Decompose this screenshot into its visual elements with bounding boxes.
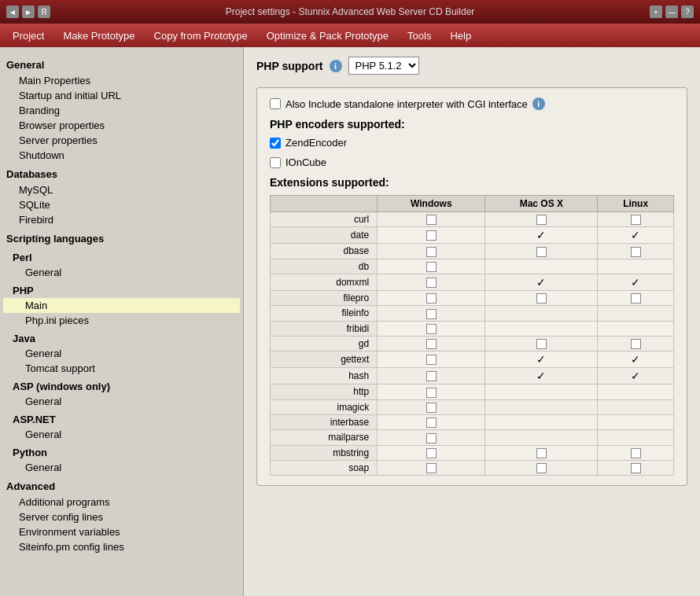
sidebar-item-python-general[interactable]: General	[3, 460, 240, 475]
ext-win-cell[interactable]	[378, 212, 485, 227]
minimize-button[interactable]: —	[665, 6, 678, 18]
cgi-info-icon[interactable]: i	[532, 97, 545, 110]
sidebar-item-aspnet-general[interactable]: General	[3, 427, 240, 442]
sidebar-item-additional-programs[interactable]: Additional programs	[3, 495, 240, 510]
sidebar-item-shutdown[interactable]: Shutdown	[3, 148, 240, 163]
php-version-select[interactable]: PHP 5.1.2 PHP 5.2.x PHP 5.3.x	[348, 57, 419, 75]
help-button[interactable]: ?	[681, 6, 694, 18]
ext-linux-cell[interactable]	[598, 445, 674, 460]
table-row: curl	[271, 212, 674, 227]
ext-linux-cell[interactable]: ✓	[598, 227, 674, 244]
ext-linux-cell[interactable]	[598, 306, 674, 321]
sidebar-item-server-config-lines[interactable]: Server config lines	[3, 510, 240, 524]
checkbox-empty-icon	[426, 448, 437, 458]
sidebar-item-env-variables[interactable]: Environment variables	[3, 524, 240, 539]
ext-mac-cell[interactable]: ✓	[485, 227, 598, 244]
ext-linux-cell[interactable]	[598, 321, 674, 336]
ext-win-cell[interactable]	[378, 460, 485, 475]
checkbox-empty-icon	[631, 293, 641, 304]
sidebar-subgroup-perl: Perl	[3, 250, 240, 265]
menu-project[interactable]: Project	[3, 27, 53, 45]
ext-mac-cell[interactable]	[485, 399, 598, 414]
sidebar-item-phpini-pieces[interactable]: Php.ini pieces	[3, 313, 240, 328]
ext-linux-cell[interactable]: ✓	[598, 368, 674, 384]
ext-linux-cell[interactable]	[598, 460, 674, 475]
ext-win-cell[interactable]	[378, 259, 485, 274]
sidebar-item-branding[interactable]: Branding	[3, 103, 240, 118]
ext-mac-cell[interactable]: ✓	[485, 274, 598, 290]
ext-linux-cell[interactable]	[598, 430, 674, 445]
menu-optimize-pack[interactable]: Optimize & Pack Prototype	[257, 27, 398, 45]
titlebar-left-controls[interactable]: ◄ ► R	[6, 6, 50, 18]
sidebar-item-asp-general[interactable]: General	[3, 394, 240, 409]
ioncube-checkbox[interactable]	[270, 157, 281, 168]
menu-make-prototype[interactable]: Make Prototype	[53, 27, 144, 45]
cgi-checkbox[interactable]	[270, 98, 281, 109]
sidebar-item-startup-url[interactable]: Startup and initial URL	[3, 88, 240, 103]
ext-mac-cell[interactable]	[485, 259, 598, 274]
menu-tools[interactable]: Tools	[398, 27, 440, 45]
ext-mac-cell[interactable]	[485, 244, 598, 259]
sidebar-item-server-properties[interactable]: Server properties	[3, 133, 240, 148]
ext-linux-cell[interactable]	[598, 414, 674, 429]
ext-linux-cell[interactable]: ✓	[598, 351, 674, 368]
ext-linux-cell[interactable]	[598, 384, 674, 399]
ext-win-cell[interactable]	[378, 227, 485, 244]
checkbox-empty-icon	[426, 418, 437, 428]
sidebar-item-browser-properties[interactable]: Browser properties	[3, 118, 240, 133]
ext-mac-cell[interactable]	[485, 290, 598, 305]
sidebar-item-tomcat-support[interactable]: Tomcat support	[3, 361, 240, 376]
ext-win-cell[interactable]	[378, 368, 485, 384]
zendencoder-checkbox[interactable]	[270, 138, 281, 149]
ext-linux-cell[interactable]	[598, 212, 674, 227]
ext-mac-cell[interactable]	[485, 212, 598, 227]
ext-win-cell[interactable]	[378, 445, 485, 460]
ext-win-cell[interactable]	[378, 336, 485, 351]
ext-linux-cell[interactable]	[598, 244, 674, 259]
sidebar-item-mysql[interactable]: MySQL	[3, 182, 240, 197]
nav-back-button[interactable]: ◄	[6, 6, 19, 18]
menu-help[interactable]: Help	[440, 27, 481, 45]
ext-mac-cell[interactable]	[485, 336, 598, 351]
table-row: interbase	[271, 414, 674, 429]
ext-mac-cell[interactable]	[485, 384, 598, 399]
ext-linux-cell[interactable]: ✓	[598, 274, 674, 290]
sidebar-subgroup-python: Python	[3, 445, 240, 460]
ext-win-cell[interactable]	[378, 274, 485, 290]
ext-win-cell[interactable]	[378, 384, 485, 399]
checkbox-empty-icon	[426, 230, 437, 241]
add-button[interactable]: +	[650, 6, 662, 18]
ext-linux-cell[interactable]	[598, 336, 674, 351]
ext-win-cell[interactable]	[378, 290, 485, 305]
ext-win-cell[interactable]	[378, 321, 485, 336]
php-support-info-icon[interactable]: i	[330, 60, 342, 72]
ext-linux-cell[interactable]	[598, 259, 674, 274]
ext-win-cell[interactable]	[378, 399, 485, 414]
sidebar-item-sqlite[interactable]: SQLite	[3, 197, 240, 212]
ext-win-cell[interactable]	[378, 430, 485, 445]
sidebar-item-main-properties[interactable]: Main Properties	[3, 73, 240, 88]
ext-mac-cell[interactable]	[485, 321, 598, 336]
sidebar-item-php-main[interactable]: Main	[3, 298, 240, 313]
sidebar-item-siteinfo-config[interactable]: Siteinfo.pm config lines	[3, 539, 240, 554]
titlebar-right-controls[interactable]: + — ?	[650, 6, 694, 18]
ext-linux-cell[interactable]	[598, 399, 674, 414]
ext-mac-cell[interactable]	[485, 430, 598, 445]
sidebar-item-firebird[interactable]: Firebird	[3, 212, 240, 227]
ext-win-cell[interactable]	[378, 414, 485, 429]
ext-win-cell[interactable]	[378, 244, 485, 259]
sidebar-item-java-general[interactable]: General	[3, 346, 240, 361]
sidebar-item-perl-general[interactable]: General	[3, 265, 240, 280]
reload-button[interactable]: R	[38, 6, 50, 18]
ext-mac-cell[interactable]: ✓	[485, 351, 598, 368]
ext-mac-cell[interactable]	[485, 460, 598, 475]
ext-mac-cell[interactable]	[485, 445, 598, 460]
ext-mac-cell[interactable]	[485, 306, 598, 321]
ext-mac-cell[interactable]	[485, 414, 598, 429]
ext-win-cell[interactable]	[378, 351, 485, 368]
ext-linux-cell[interactable]	[598, 290, 674, 305]
ext-win-cell[interactable]	[378, 306, 485, 321]
menu-copy-from-prototype[interactable]: Copy from Prototype	[145, 27, 257, 45]
ext-mac-cell[interactable]: ✓	[485, 368, 598, 384]
nav-forward-button[interactable]: ►	[22, 6, 35, 18]
